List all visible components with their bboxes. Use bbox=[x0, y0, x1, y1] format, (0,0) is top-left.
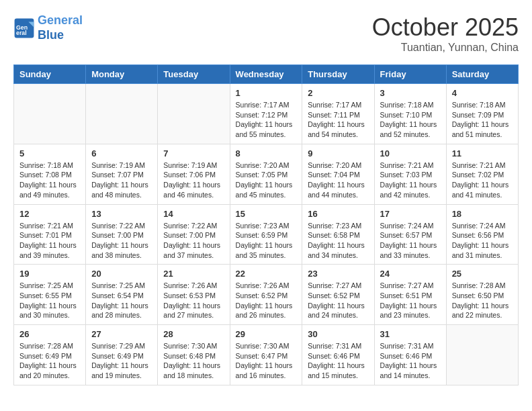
day-number: 2 bbox=[308, 88, 368, 98]
day-number: 14 bbox=[163, 209, 224, 219]
day-info: Sunrise: 7:31 AMSunset: 6:46 PMDaylight:… bbox=[380, 341, 441, 381]
day-info: Sunrise: 7:26 AMSunset: 6:52 PMDaylight:… bbox=[236, 281, 297, 320]
day-info: Sunrise: 7:21 AMSunset: 7:03 PMDaylight:… bbox=[380, 161, 441, 200]
day-info: Sunrise: 7:17 AMSunset: 7:12 PMDaylight:… bbox=[236, 100, 297, 140]
day-info: Sunrise: 7:18 AMSunset: 7:09 PMDaylight:… bbox=[452, 100, 513, 140]
week-row-5: 26Sunrise: 7:28 AMSunset: 6:49 PMDayligh… bbox=[14, 325, 519, 385]
weekday-header-thursday: Thursday bbox=[302, 65, 374, 84]
calendar-cell: 17Sunrise: 7:24 AMSunset: 6:57 PMDayligh… bbox=[374, 204, 446, 265]
day-info: Sunrise: 7:26 AMSunset: 6:53 PMDaylight:… bbox=[163, 281, 224, 320]
calendar-cell: 4Sunrise: 7:18 AMSunset: 7:09 PMDaylight… bbox=[446, 84, 518, 144]
calendar-cell: 15Sunrise: 7:23 AMSunset: 6:59 PMDayligh… bbox=[230, 204, 302, 265]
day-info: Sunrise: 7:28 AMSunset: 6:49 PMDaylight:… bbox=[19, 341, 80, 381]
day-number: 29 bbox=[236, 329, 297, 339]
day-number: 27 bbox=[91, 329, 152, 339]
day-info: Sunrise: 7:21 AMSunset: 7:02 PMDaylight:… bbox=[452, 161, 513, 200]
weekday-header-tuesday: Tuesday bbox=[158, 65, 230, 84]
day-number: 24 bbox=[380, 269, 441, 279]
calendar-cell: 11Sunrise: 7:21 AMSunset: 7:02 PMDayligh… bbox=[446, 144, 518, 204]
day-info: Sunrise: 7:17 AMSunset: 7:11 PMDaylight:… bbox=[308, 100, 368, 140]
page-header: Gen eral General Blue October 2025 Tuant… bbox=[13, 13, 519, 54]
day-info: Sunrise: 7:27 AMSunset: 6:52 PMDaylight:… bbox=[308, 281, 368, 320]
day-number: 3 bbox=[380, 88, 441, 98]
calendar-cell: 28Sunrise: 7:30 AMSunset: 6:48 PMDayligh… bbox=[158, 325, 230, 385]
calendar-cell: 1Sunrise: 7:17 AMSunset: 7:12 PMDaylight… bbox=[230, 84, 302, 144]
day-info: Sunrise: 7:20 AMSunset: 7:05 PMDaylight:… bbox=[236, 161, 297, 200]
day-info: Sunrise: 7:30 AMSunset: 6:47 PMDaylight:… bbox=[236, 341, 297, 381]
day-info: Sunrise: 7:19 AMSunset: 7:06 PMDaylight:… bbox=[163, 161, 224, 200]
calendar-cell: 12Sunrise: 7:21 AMSunset: 7:01 PMDayligh… bbox=[14, 204, 86, 265]
title-block: October 2025 Tuantian, Yunnan, China bbox=[372, 13, 519, 54]
day-number: 11 bbox=[452, 148, 513, 158]
day-info: Sunrise: 7:25 AMSunset: 6:55 PMDaylight:… bbox=[19, 281, 80, 320]
day-info: Sunrise: 7:23 AMSunset: 6:59 PMDaylight:… bbox=[236, 221, 297, 261]
day-number: 15 bbox=[236, 209, 297, 219]
logo-icon: Gen eral bbox=[13, 17, 35, 39]
week-row-4: 19Sunrise: 7:25 AMSunset: 6:55 PMDayligh… bbox=[14, 265, 519, 325]
day-info: Sunrise: 7:24 AMSunset: 6:57 PMDaylight:… bbox=[380, 221, 441, 261]
day-info: Sunrise: 7:20 AMSunset: 7:04 PMDaylight:… bbox=[308, 161, 368, 200]
calendar-cell: 8Sunrise: 7:20 AMSunset: 7:05 PMDaylight… bbox=[230, 144, 302, 204]
day-info: Sunrise: 7:25 AMSunset: 6:54 PMDaylight:… bbox=[91, 281, 152, 320]
location: Tuantian, Yunnan, China bbox=[372, 42, 519, 54]
day-number: 6 bbox=[91, 148, 152, 158]
calendar-cell: 6Sunrise: 7:19 AMSunset: 7:07 PMDaylight… bbox=[86, 144, 158, 204]
calendar-cell bbox=[446, 325, 518, 385]
day-number: 22 bbox=[236, 269, 297, 279]
day-number: 25 bbox=[452, 269, 513, 279]
weekday-header-saturday: Saturday bbox=[446, 65, 518, 84]
calendar-cell: 13Sunrise: 7:22 AMSunset: 7:00 PMDayligh… bbox=[86, 204, 158, 265]
day-info: Sunrise: 7:24 AMSunset: 6:56 PMDaylight:… bbox=[452, 221, 513, 261]
svg-text:eral: eral bbox=[16, 30, 27, 36]
day-number: 21 bbox=[163, 269, 224, 279]
day-info: Sunrise: 7:29 AMSunset: 6:49 PMDaylight:… bbox=[91, 341, 152, 381]
calendar-cell: 21Sunrise: 7:26 AMSunset: 6:53 PMDayligh… bbox=[158, 265, 230, 325]
week-row-2: 5Sunrise: 7:18 AMSunset: 7:08 PMDaylight… bbox=[14, 144, 519, 204]
calendar-cell: 30Sunrise: 7:31 AMSunset: 6:46 PMDayligh… bbox=[302, 325, 374, 385]
day-info: Sunrise: 7:19 AMSunset: 7:07 PMDaylight:… bbox=[91, 161, 152, 200]
calendar-cell: 20Sunrise: 7:25 AMSunset: 6:54 PMDayligh… bbox=[86, 265, 158, 325]
calendar-cell bbox=[158, 84, 230, 144]
day-number: 19 bbox=[19, 269, 80, 279]
day-number: 5 bbox=[19, 148, 80, 158]
day-number: 13 bbox=[91, 209, 152, 219]
day-info: Sunrise: 7:18 AMSunset: 7:10 PMDaylight:… bbox=[380, 100, 441, 140]
day-number: 18 bbox=[452, 209, 513, 219]
day-info: Sunrise: 7:27 AMSunset: 6:51 PMDaylight:… bbox=[380, 281, 441, 320]
logo: Gen eral General Blue bbox=[13, 13, 83, 42]
calendar-cell bbox=[14, 84, 86, 144]
day-number: 7 bbox=[163, 148, 224, 158]
calendar-cell: 9Sunrise: 7:20 AMSunset: 7:04 PMDaylight… bbox=[302, 144, 374, 204]
day-number: 28 bbox=[163, 329, 224, 339]
calendar-cell: 3Sunrise: 7:18 AMSunset: 7:10 PMDaylight… bbox=[374, 84, 446, 144]
day-number: 9 bbox=[308, 148, 368, 158]
day-info: Sunrise: 7:18 AMSunset: 7:08 PMDaylight:… bbox=[19, 161, 80, 200]
weekday-header-wednesday: Wednesday bbox=[230, 65, 302, 84]
weekday-header-row: SundayMondayTuesdayWednesdayThursdayFrid… bbox=[14, 65, 519, 84]
day-number: 23 bbox=[308, 269, 368, 279]
day-number: 30 bbox=[308, 329, 368, 339]
calendar-cell: 23Sunrise: 7:27 AMSunset: 6:52 PMDayligh… bbox=[302, 265, 374, 325]
day-info: Sunrise: 7:21 AMSunset: 7:01 PMDaylight:… bbox=[19, 221, 80, 261]
calendar-cell: 18Sunrise: 7:24 AMSunset: 6:56 PMDayligh… bbox=[446, 204, 518, 265]
calendar-table: SundayMondayTuesdayWednesdayThursdayFrid… bbox=[13, 64, 519, 385]
calendar-cell: 26Sunrise: 7:28 AMSunset: 6:49 PMDayligh… bbox=[14, 325, 86, 385]
day-number: 26 bbox=[19, 329, 80, 339]
calendar-cell: 5Sunrise: 7:18 AMSunset: 7:08 PMDaylight… bbox=[14, 144, 86, 204]
day-info: Sunrise: 7:22 AMSunset: 7:00 PMDaylight:… bbox=[163, 221, 224, 261]
calendar-cell: 2Sunrise: 7:17 AMSunset: 7:11 PMDaylight… bbox=[302, 84, 374, 144]
day-number: 16 bbox=[308, 209, 368, 219]
calendar-cell bbox=[86, 84, 158, 144]
day-info: Sunrise: 7:31 AMSunset: 6:46 PMDaylight:… bbox=[308, 341, 368, 381]
day-info: Sunrise: 7:28 AMSunset: 6:50 PMDaylight:… bbox=[452, 281, 513, 320]
weekday-header-sunday: Sunday bbox=[14, 65, 86, 84]
calendar-cell: 16Sunrise: 7:23 AMSunset: 6:58 PMDayligh… bbox=[302, 204, 374, 265]
day-number: 8 bbox=[236, 148, 297, 158]
day-number: 12 bbox=[19, 209, 80, 219]
day-info: Sunrise: 7:23 AMSunset: 6:58 PMDaylight:… bbox=[308, 221, 368, 261]
day-info: Sunrise: 7:22 AMSunset: 7:00 PMDaylight:… bbox=[91, 221, 152, 261]
weekday-header-friday: Friday bbox=[374, 65, 446, 84]
day-number: 10 bbox=[380, 148, 441, 158]
calendar-cell: 19Sunrise: 7:25 AMSunset: 6:55 PMDayligh… bbox=[14, 265, 86, 325]
weekday-header-monday: Monday bbox=[86, 65, 158, 84]
